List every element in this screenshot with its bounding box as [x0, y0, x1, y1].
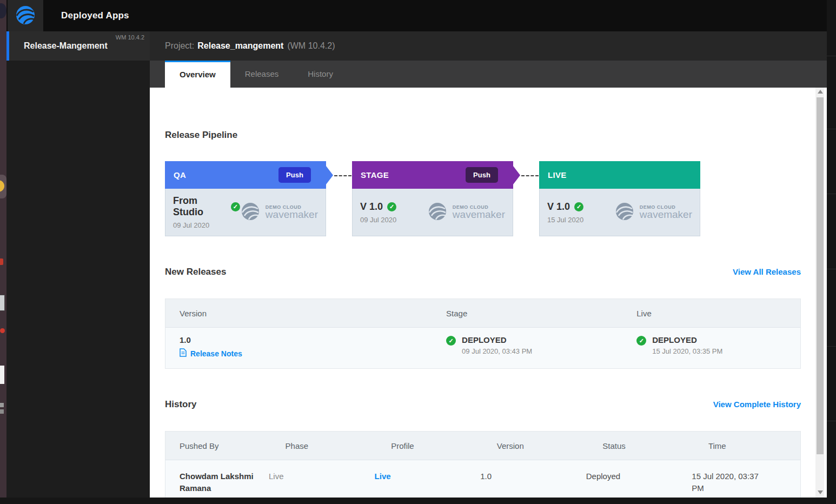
stage-card-header: STAGE Push	[352, 161, 513, 189]
tab-history[interactable]: History	[293, 61, 348, 88]
history-phase: Live	[255, 470, 361, 498]
release-notes-link[interactable]: Release Notes	[190, 349, 242, 358]
history-heading: History	[165, 399, 197, 410]
live-version-label: V 1.0	[547, 201, 570, 213]
table-row: 1.0 Release Notes DEPL	[165, 328, 800, 368]
taskbar-icon-fragment	[0, 328, 5, 333]
tab-releases[interactable]: Releases	[230, 61, 294, 88]
stage-push-button[interactable]: Push	[466, 167, 498, 183]
wavemaker-label: wavemaker	[266, 209, 318, 221]
column-header-live: Live	[622, 309, 800, 318]
project-label: Project:	[165, 41, 194, 50]
demo-cloud-logo: DEMO CLOUD wavemaker	[240, 201, 318, 224]
column-header-time: Time	[694, 441, 800, 450]
wavemaker-gray-logo-icon	[240, 201, 263, 224]
wavemaker-logo-tile[interactable]	[8, 0, 43, 31]
wavemaker-label: wavemaker	[453, 209, 505, 221]
new-releases-table: Version Stage Live 1.0 Release Notes	[165, 299, 801, 369]
sidebar-project-name: Release-Mangement	[24, 41, 108, 51]
scrollbar-thumb[interactable]	[817, 97, 824, 454]
success-check-icon	[387, 202, 396, 211]
projects-sidebar: Release-Mangement WM 10.4.2	[6, 31, 150, 498]
vertical-scrollbar[interactable]	[815, 88, 824, 498]
overview-panel: Release Pipeline QA Push From Studio 09 …	[150, 88, 815, 498]
divider	[827, 56, 836, 56]
project-name: Release_mangement	[197, 41, 283, 50]
wavemaker-gray-logo-icon	[614, 201, 637, 224]
qa-card-body: From Studio 09 Jul 2020	[165, 189, 326, 236]
pipeline-card-stage: STAGE Push V 1.0 09 Jul 2020	[352, 161, 513, 236]
project-header-bar: Project:Release_mangement(WM 10.4.2)	[150, 31, 827, 61]
pipeline-card-live: LIVE V 1.0 15 Jul 2020	[539, 161, 700, 236]
column-header-pushed-by: Pushed By	[165, 441, 271, 450]
deployed-check-icon	[636, 336, 646, 346]
document-icon	[180, 348, 187, 359]
taskbar-icon-fragment	[0, 409, 4, 414]
history-time: 15 Jul 2020, 03:37 PM	[678, 470, 764, 498]
release-pipeline-heading: Release Pipeline	[165, 130, 801, 141]
window-bottom-bar	[0, 498, 836, 504]
desktop-taskbar-sliver	[0, 0, 6, 498]
scrollbar-down-arrow-icon[interactable]	[818, 490, 823, 494]
live-card-header: LIVE	[539, 161, 700, 189]
stage-deployed-time: 09 Jul 2020, 03:43 PM	[462, 347, 532, 355]
release-version: 1.0	[180, 335, 432, 344]
history-table-header: Pushed By Phase Profile Version Status T…	[165, 432, 800, 460]
app-header: Deployed Apps	[6, 0, 827, 31]
qa-arrow-icon	[326, 166, 333, 184]
live-card-body: V 1.0 15 Jul 2020	[539, 189, 700, 236]
live-stage-name: LIVE	[548, 170, 567, 180]
stage-stage-name: STAGE	[361, 170, 389, 180]
pipeline-card-qa: QA Push From Studio 09 Jul 2020	[165, 161, 326, 236]
release-pipeline: QA Push From Studio 09 Jul 2020	[165, 161, 801, 236]
divider	[827, 421, 836, 421]
stage-status: DEPLOYED	[462, 335, 532, 344]
table-row: Chowdam Lakshmi Ramana Live Live 1.0 Dep…	[165, 460, 800, 498]
pipeline-connector	[334, 175, 351, 176]
qa-stage-name: QA	[174, 170, 186, 180]
wavemaker-logo-icon	[14, 3, 37, 28]
history-profile-link[interactable]: Live	[375, 472, 391, 481]
pipeline-connector	[521, 175, 539, 176]
background-window-strip	[827, 0, 836, 504]
taskbar-icon-fragment	[0, 403, 4, 407]
stage-arrow-icon	[513, 166, 520, 184]
column-header-profile: Profile	[377, 441, 483, 450]
column-header-stage: Stage	[432, 309, 622, 318]
stage-deploy-date: 09 Jul 2020	[360, 216, 396, 224]
taskbar-icon-fragment	[0, 3, 6, 18]
tab-overview[interactable]: Overview	[165, 61, 230, 88]
stage-card-body: V 1.0 09 Jul 2020	[352, 189, 513, 236]
divider	[827, 269, 836, 269]
taskbar-icon-fragment	[0, 295, 5, 311]
success-check-icon	[231, 202, 240, 211]
column-header-phase: Phase	[271, 441, 377, 450]
qa-push-button[interactable]: Push	[278, 167, 311, 183]
divider	[827, 129, 836, 129]
qa-version-label: From Studio	[173, 195, 227, 218]
sidebar-item-release-mangement[interactable]: Release-Mangement WM 10.4.2	[6, 31, 150, 61]
qa-deploy-date: 09 Jul 2020	[173, 221, 240, 229]
wavemaker-gray-logo-icon	[427, 201, 450, 224]
divider	[827, 194, 836, 194]
divider	[827, 346, 836, 347]
stage-version-label: V 1.0	[360, 201, 383, 213]
history-status: Deployed	[572, 470, 678, 498]
column-header-status: Status	[588, 441, 694, 450]
demo-cloud-logo: DEMO CLOUD wavemaker	[427, 201, 505, 224]
scrollbar-up-arrow-icon[interactable]	[818, 90, 823, 94]
page-title: Deployed Apps	[61, 0, 129, 31]
live-deployed-time: 15 Jul 2020, 03:35 PM	[652, 347, 722, 355]
history-pushed-by: Chowdam Lakshmi Ramana	[165, 470, 255, 498]
taskbar-icon-fragment	[0, 258, 3, 265]
new-releases-table-header: Version Stage Live	[165, 299, 800, 328]
history-table: Pushed By Phase Profile Version Status T…	[165, 431, 801, 498]
taskbar-icon-fragment	[0, 366, 4, 384]
project-version: (WM 10.4.2)	[287, 41, 335, 50]
view-complete-history-link[interactable]: View Complete History	[713, 400, 801, 409]
deployed-check-icon	[446, 336, 456, 346]
history-version: 1.0	[466, 470, 572, 498]
view-all-releases-link[interactable]: View All Releases	[733, 267, 801, 276]
new-releases-heading: New Releases	[165, 267, 226, 277]
wavemaker-label: wavemaker	[640, 209, 692, 221]
